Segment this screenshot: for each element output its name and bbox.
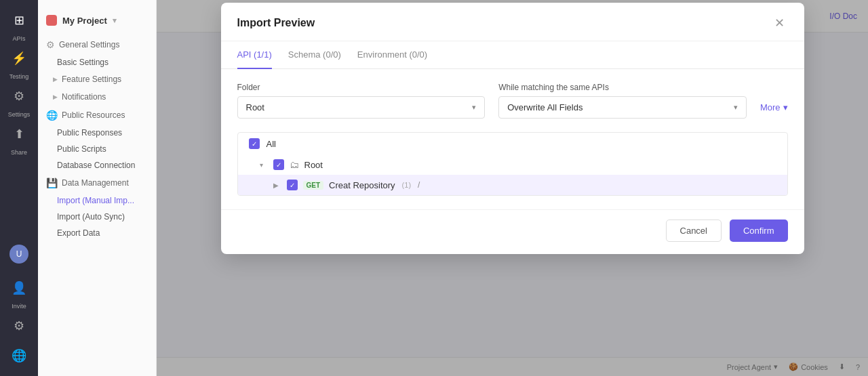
nav-label-settings: Settings (8, 111, 31, 118)
endpoint-count: (1) (402, 181, 411, 189)
notifications-chevron: ▶ (53, 93, 58, 100)
more-chevron: ▾ (783, 102, 788, 112)
more-button[interactable]: More ▾ (760, 102, 788, 119)
testing-icon: ⚡ (5, 45, 33, 72)
project-header[interactable]: My Project ▾ (38, 8, 156, 35)
endpoint-toggle[interactable]: ▶ (273, 182, 281, 189)
sidebar-item-database-connection[interactable]: Database Connection (38, 157, 156, 173)
share-icon: ⬆ (5, 121, 33, 148)
dialog-title: Import Preview (237, 17, 315, 29)
endpoint-path: / (418, 180, 420, 190)
more-label: More (760, 102, 781, 112)
public-icon: 🌐 (46, 110, 58, 121)
notifications-label: Notifications (62, 92, 106, 102)
sidebar-section-general[interactable]: ⚙ General Settings (38, 35, 156, 54)
root-checkbox[interactable]: ✓ (273, 159, 284, 170)
matching-value: Overwrite All Fields (507, 102, 583, 112)
folder-chevron: ▾ (472, 103, 476, 112)
settings-icon: ⚙ (5, 83, 33, 110)
sidebar-section-data[interactable]: 💾 Data Management (38, 173, 156, 192)
project-name: My Project (62, 16, 107, 26)
cancel-button[interactable]: Cancel (666, 220, 722, 242)
close-button[interactable]: ✕ (772, 15, 788, 31)
nav-label-testing: Testing (9, 73, 29, 80)
dialog-footer: Cancel Confirm (221, 209, 804, 254)
nav-item-settings[interactable]: ⚙ Settings (5, 83, 33, 118)
matching-chevron: ▾ (734, 103, 738, 112)
sidebar-item-import-auto[interactable]: Import (Auto Sync) (38, 209, 156, 225)
general-settings-label: General Settings (59, 40, 119, 49)
main-content: I/O Doc Import Preview ✕ API (1/1) Schem… (157, 0, 868, 376)
form-row: Folder Root ▾ While matching the same AP… (237, 83, 788, 119)
endpoint-checkbox[interactable]: ✓ (287, 180, 298, 190)
import-preview-dialog: Import Preview ✕ API (1/1) Schema (0/0) … (221, 3, 804, 254)
confirm-button[interactable]: Confirm (730, 220, 788, 242)
dialog-header: Import Preview ✕ (221, 3, 804, 41)
left-nav: ⊞ APIs ⚡ Testing ⚙ Settings ⬆ Share U 👤 … (0, 0, 38, 376)
tree-row-endpoint: ▶ ✓ GET Creat Repository (1) / (238, 175, 787, 195)
all-checkbox[interactable]: ✓ (249, 138, 260, 149)
sidebar-section-public[interactable]: 🌐 Public Resources (38, 106, 156, 125)
public-label: Public Resources (62, 110, 125, 120)
apps-icon: ⊞ (5, 7, 33, 34)
sidebar-item-public-scripts[interactable]: Public Scripts (38, 141, 156, 157)
endpoint-name: Creat Repository (329, 180, 395, 190)
sidebar-item-public-responses[interactable]: Public Responses (38, 125, 156, 141)
nav-item-share[interactable]: ⬆ Share (5, 121, 33, 156)
dialog-body: Folder Root ▾ While matching the same AP… (221, 69, 804, 209)
sidebar-feature-settings[interactable]: ▶ Feature Settings (38, 70, 156, 88)
sidebar-item-export[interactable]: Export Data (38, 225, 156, 241)
tab-environment[interactable]: Environment (0/0) (357, 41, 427, 69)
nav-item-gear[interactable]: ⚙ (5, 312, 33, 339)
tree-row-all: ✓ All (238, 133, 787, 154)
nav-item-apis[interactable]: ⊞ APIs (5, 7, 33, 42)
modal-overlay: Import Preview ✕ API (1/1) Schema (0/0) … (157, 0, 868, 376)
folder-value: Root (246, 102, 264, 112)
general-settings-icon: ⚙ (46, 39, 55, 50)
get-badge: GET (303, 181, 324, 190)
root-label: Root (304, 160, 323, 170)
tab-schema[interactable]: Schema (0/0) (288, 41, 341, 69)
folder-select[interactable]: Root ▾ (237, 96, 486, 119)
feature-chevron: ▶ (53, 76, 58, 83)
globe-icon: 🌐 (5, 342, 33, 369)
sidebar-item-import-manual[interactable]: Import (Manual Imp... (38, 192, 156, 209)
matching-select[interactable]: Overwrite All Fields ▾ (498, 96, 747, 119)
project-chevron: ▾ (113, 16, 117, 25)
dialog-tabs: API (1/1) Schema (0/0) Environment (0/0) (221, 41, 804, 69)
matching-label: While matching the same APIs (498, 83, 747, 92)
sidebar-notifications[interactable]: ▶ Notifications (38, 88, 156, 106)
matching-group: While matching the same APIs Overwrite A… (498, 83, 747, 119)
data-icon: 💾 (46, 177, 58, 188)
nav-label-invite: Invite (12, 303, 26, 310)
sidebar-item-basic-settings[interactable]: Basic Settings (38, 54, 156, 70)
nav-item-globe[interactable]: 🌐 (5, 342, 33, 369)
all-label: All (267, 139, 276, 149)
user-avatar[interactable]: U (9, 245, 28, 264)
folder-group: Folder Root ▾ (237, 83, 486, 119)
data-label: Data Management (62, 178, 129, 188)
tree-row-root: ▾ ✓ 🗂 Root (238, 154, 787, 175)
tab-api[interactable]: API (1/1) (237, 41, 272, 69)
root-toggle[interactable]: ▾ (260, 161, 268, 169)
project-dot (46, 15, 57, 26)
nav-item-invite[interactable]: 👤 Invite (5, 274, 33, 310)
invite-icon: 👤 (5, 274, 33, 301)
api-tree: ✓ All ▾ ✓ 🗂 Root ▶ ✓ GET (237, 132, 788, 196)
sidebar: My Project ▾ ⚙ General Settings Basic Se… (38, 0, 157, 376)
folder-icon: 🗂 (290, 159, 299, 170)
nav-label-apis: APIs (12, 35, 25, 42)
feature-settings-label: Feature Settings (62, 75, 121, 84)
nav-label-share: Share (11, 149, 27, 156)
gear-icon: ⚙ (5, 312, 33, 339)
nav-item-testing[interactable]: ⚡ Testing (5, 45, 33, 80)
folder-label: Folder (237, 83, 486, 92)
